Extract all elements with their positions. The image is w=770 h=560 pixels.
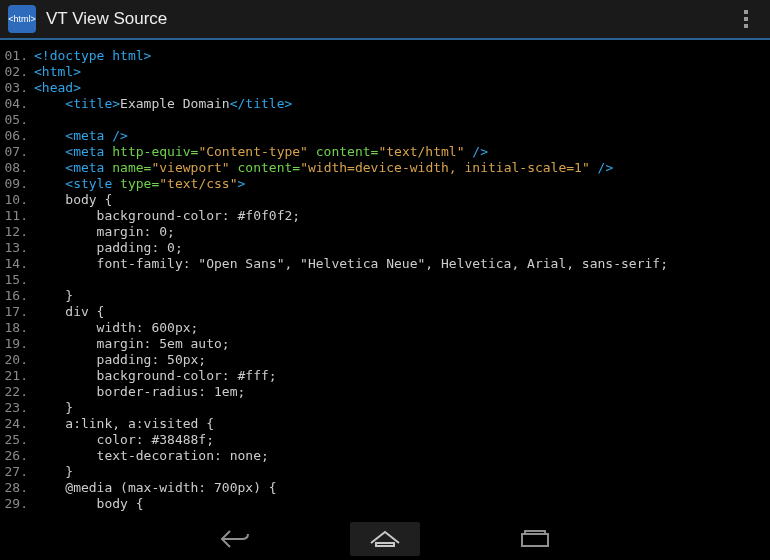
line-number: 01. [0, 48, 34, 64]
line-number: 21. [0, 368, 34, 384]
code-content: background-color: #f0f0f2; [34, 208, 770, 224]
line-number: 16. [0, 288, 34, 304]
system-nav-bar [0, 518, 770, 560]
code-line: 15. [0, 272, 770, 288]
app-icon: <html> [8, 5, 36, 33]
code-content: <meta http-equiv="Content-type" content=… [34, 144, 770, 160]
line-number: 19. [0, 336, 34, 352]
line-number: 13. [0, 240, 34, 256]
line-number: 04. [0, 96, 34, 112]
code-content: <meta name="viewport" content="width=dev… [34, 160, 770, 176]
line-number: 28. [0, 480, 34, 496]
code-line: 22. border-radius: 1em; [0, 384, 770, 400]
home-button[interactable] [350, 522, 420, 556]
code-line: 04. <title>Example Domain</title> [0, 96, 770, 112]
recents-button[interactable] [500, 522, 570, 556]
code-content: <head> [34, 80, 770, 96]
code-content: <meta /> [34, 128, 770, 144]
more-vert-icon [744, 10, 748, 28]
code-line: 16. } [0, 288, 770, 304]
code-line: 21. background-color: #fff; [0, 368, 770, 384]
code-line: 29. body { [0, 496, 770, 512]
code-line: 02.<html> [0, 64, 770, 80]
overflow-menu-button[interactable] [730, 3, 762, 35]
code-content: } [34, 400, 770, 416]
code-content: body { [34, 192, 770, 208]
code-content [34, 112, 770, 128]
code-content: <title>Example Domain</title> [34, 96, 770, 112]
line-number: 09. [0, 176, 34, 192]
line-number: 15. [0, 272, 34, 288]
code-line: 28. @media (max-width: 700px) { [0, 480, 770, 496]
line-number: 25. [0, 432, 34, 448]
line-number: 05. [0, 112, 34, 128]
code-content: width: 600px; [34, 320, 770, 336]
code-line: 25. color: #38488f; [0, 432, 770, 448]
code-line: 20. padding: 50px; [0, 352, 770, 368]
line-number: 22. [0, 384, 34, 400]
code-line: 06. <meta /> [0, 128, 770, 144]
svg-rect-0 [744, 10, 748, 14]
code-line: 19. margin: 5em auto; [0, 336, 770, 352]
line-number: 11. [0, 208, 34, 224]
line-number: 24. [0, 416, 34, 432]
code-content: body { [34, 496, 770, 512]
code-content: <style type="text/css"> [34, 176, 770, 192]
code-line: 11. background-color: #f0f0f2; [0, 208, 770, 224]
code-line: 01.<!doctype html> [0, 48, 770, 64]
svg-rect-4 [522, 534, 548, 546]
line-number: 26. [0, 448, 34, 464]
code-content: margin: 5em auto; [34, 336, 770, 352]
line-number: 29. [0, 496, 34, 512]
code-line: 13. padding: 0; [0, 240, 770, 256]
source-code-view[interactable]: 01.<!doctype html>02.<html>03.<head>04. … [0, 40, 770, 518]
line-number: 27. [0, 464, 34, 480]
code-line: 08. <meta name="viewport" content="width… [0, 160, 770, 176]
app-title: VT View Source [46, 9, 730, 29]
code-content: <html> [34, 64, 770, 80]
svg-rect-2 [744, 24, 748, 28]
svg-rect-5 [525, 531, 545, 534]
code-content: } [34, 288, 770, 304]
code-line: 12. margin: 0; [0, 224, 770, 240]
line-number: 02. [0, 64, 34, 80]
code-content: border-radius: 1em; [34, 384, 770, 400]
code-content [34, 272, 770, 288]
code-line: 17. div { [0, 304, 770, 320]
code-content: padding: 0; [34, 240, 770, 256]
recents-icon [520, 529, 550, 549]
action-bar: <html> VT View Source [0, 0, 770, 40]
code-content: color: #38488f; [34, 432, 770, 448]
code-content: padding: 50px; [34, 352, 770, 368]
code-line: 23. } [0, 400, 770, 416]
code-line: 26. text-decoration: none; [0, 448, 770, 464]
code-content: @media (max-width: 700px) { [34, 480, 770, 496]
line-number: 03. [0, 80, 34, 96]
code-line: 05. [0, 112, 770, 128]
back-button[interactable] [200, 522, 270, 556]
code-content: <!doctype html> [34, 48, 770, 64]
code-content: div { [34, 304, 770, 320]
code-line: 24. a:link, a:visited { [0, 416, 770, 432]
code-content: margin: 0; [34, 224, 770, 240]
line-number: 10. [0, 192, 34, 208]
code-content: text-decoration: none; [34, 448, 770, 464]
line-number: 17. [0, 304, 34, 320]
line-number: 14. [0, 256, 34, 272]
code-content: a:link, a:visited { [34, 416, 770, 432]
code-line: 18. width: 600px; [0, 320, 770, 336]
line-number: 07. [0, 144, 34, 160]
svg-rect-3 [376, 543, 394, 546]
code-line: 09. <style type="text/css"> [0, 176, 770, 192]
svg-rect-1 [744, 17, 748, 21]
line-number: 06. [0, 128, 34, 144]
code-content: background-color: #fff; [34, 368, 770, 384]
code-line: 10. body { [0, 192, 770, 208]
code-line: 14. font-family: "Open Sans", "Helvetica… [0, 256, 770, 272]
line-number: 20. [0, 352, 34, 368]
line-number: 18. [0, 320, 34, 336]
home-icon [369, 529, 401, 549]
code-line: 07. <meta http-equiv="Content-type" cont… [0, 144, 770, 160]
line-number: 23. [0, 400, 34, 416]
back-icon [220, 528, 250, 550]
